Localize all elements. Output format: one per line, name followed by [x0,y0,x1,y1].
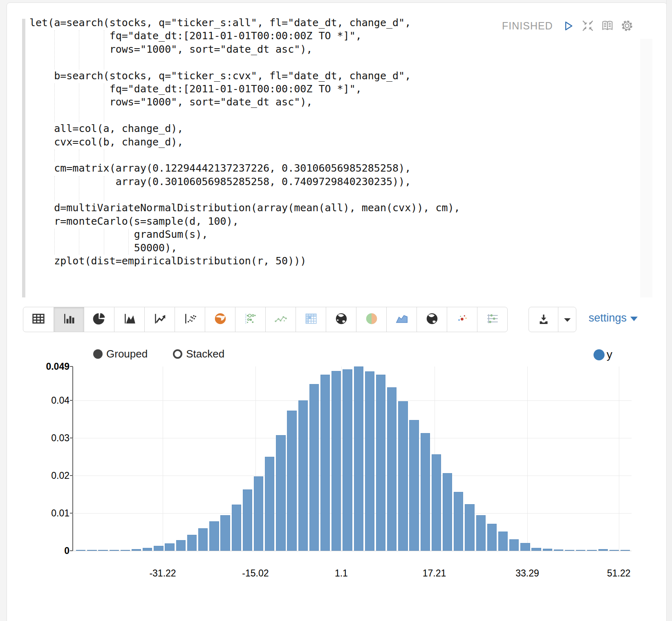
globe-orange-icon [213,311,228,328]
histogram-bar[interactable] [98,550,108,551]
grouped-option[interactable]: Grouped [93,348,148,360]
paragraph-controls: FINISHED [502,19,634,33]
chart-type-button-line-chart[interactable] [144,307,175,332]
editor-scrollbar[interactable] [640,39,652,297]
histogram-bar[interactable] [76,550,85,551]
series-legend-label: y [607,348,612,361]
radio-icon [173,349,182,359]
code-line: r=monteCarlo(s=sample(d, 100), [29,215,460,228]
histogram-bar[interactable] [454,492,463,551]
gear-icon[interactable] [620,19,634,33]
chart-type-button-globe-dark[interactable] [326,307,356,332]
histogram-bar[interactable] [498,532,508,551]
y-axis-tick [70,438,73,438]
histogram-bar[interactable] [143,548,152,551]
histogram-bar[interactable] [320,375,330,551]
histogram-bar[interactable] [354,366,363,551]
compress-icon[interactable] [581,19,595,33]
chart-type-button-table[interactable] [23,307,54,332]
histogram-bar[interactable] [620,550,630,551]
y-axis-tick-label: 0.01 [41,508,69,519]
histogram-bar[interactable] [309,384,319,551]
histogram-bar[interactable] [421,433,430,551]
histogram-bar[interactable] [587,550,596,551]
chart-type-button-pivot-table[interactable] [296,307,326,332]
histogram-bar[interactable] [343,369,352,551]
histogram-bar[interactable] [220,515,230,551]
histogram-bar[interactable] [232,505,241,551]
chart-type-button-pie-pastel[interactable] [356,307,386,332]
histogram-bar[interactable] [609,550,619,551]
histogram-bar[interactable] [154,546,163,551]
histogram-bar[interactable] [520,543,530,551]
histogram-bar[interactable] [398,401,408,551]
stacked-option[interactable]: Stacked [173,348,224,360]
histogram-bar[interactable] [409,420,419,551]
histogram-bar[interactable] [132,549,141,551]
x-axis-tick-label: 33.29 [503,568,552,579]
histogram-bar[interactable] [198,528,208,551]
code-editor[interactable]: let(a=search(stocks, q="ticker_s:all", f… [29,16,460,268]
editor-gutter [22,19,25,297]
code-line: rows="1000", sort="date_dt asc"), [29,96,460,109]
chart-type-button-parallel-coords[interactable] [477,307,507,332]
x-gridline [619,366,619,551]
histogram-bar[interactable] [298,400,308,551]
histogram-bar[interactable] [443,473,452,551]
histogram-bar[interactable] [387,387,396,551]
status-badge: FINISHED [502,20,553,32]
histogram-bar[interactable] [509,539,519,551]
histogram-bar[interactable] [243,489,252,551]
histogram-bar[interactable] [332,371,341,551]
histogram-bar[interactable] [598,549,608,551]
histogram-bar[interactable] [276,435,285,551]
chart-type-button-scatter-chart[interactable] [175,307,205,332]
histogram-bar[interactable] [531,548,541,551]
parallel-coords-icon [485,311,500,328]
code-line: fq="date_dt:[2011-01-01T00:00:00Z TO *]"… [29,29,460,42]
histogram-bar[interactable] [365,371,374,551]
download-icon [537,313,551,326]
chart-type-button-network-chart[interactable] [265,307,296,332]
histogram-bar[interactable] [176,540,186,551]
chart-type-button-bubble-chart[interactable] [235,307,265,332]
histogram-bar[interactable] [254,476,263,551]
histogram-bar[interactable] [432,454,441,551]
histogram-bar[interactable] [209,521,219,551]
histogram-bar[interactable] [87,550,96,551]
scatter-chart-icon [183,311,197,328]
histogram-bar[interactable] [543,549,552,551]
chart-type-button-bar-chart[interactable] [54,307,84,332]
download-options-button[interactable] [558,307,576,332]
histogram-bar[interactable] [554,550,563,551]
histogram-bar[interactable] [465,504,474,551]
chart-type-button-scatter-color[interactable] [447,307,477,332]
page-scrollbar[interactable] [666,0,672,621]
y-axis-tick-label: 0 [41,545,69,556]
histogram-bar[interactable] [165,543,174,551]
histogram-bar[interactable] [287,411,296,551]
chart-type-button-globe-orange[interactable] [205,307,235,332]
chart-type-button-pie-chart[interactable] [84,307,114,332]
y-axis-tick [70,400,73,401]
chart-type-button-area-blue[interactable] [386,307,417,332]
settings-label: settings [589,312,627,324]
code-line: cvx=col(b, change_d), [29,136,460,149]
network-chart-icon [273,311,288,328]
histogram-bar[interactable] [487,524,497,551]
histogram-bar[interactable] [265,457,274,551]
download-button[interactable] [529,307,558,332]
chart-type-button-area-chart[interactable] [114,307,144,332]
histogram-bar[interactable] [376,375,385,551]
settings-link[interactable]: settings [589,312,638,324]
book-icon[interactable] [600,19,614,33]
series-legend-y[interactable]: y [594,348,612,361]
histogram-bar[interactable] [187,535,197,551]
histogram-bar[interactable] [110,550,119,551]
chart-type-button-globe-dark2[interactable] [417,307,447,332]
play-icon[interactable] [561,19,575,33]
histogram-bar[interactable] [476,515,486,551]
histogram-bar[interactable] [576,550,585,551]
histogram-bar[interactable] [565,550,574,551]
histogram-bar[interactable] [121,550,130,551]
